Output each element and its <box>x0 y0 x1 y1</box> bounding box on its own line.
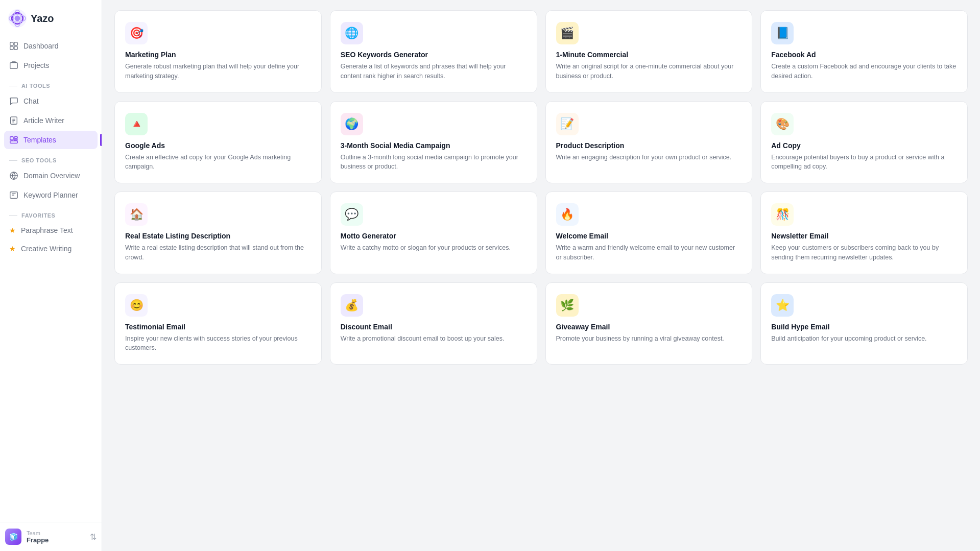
template-card-product-description[interactable]: 📝 Product Description Write an engaging … <box>545 101 753 184</box>
chat-icon <box>9 97 18 106</box>
svg-rect-5 <box>10 42 13 45</box>
template-card-motto-generator[interactable]: 💬 Motto Generator Write a catchy motto o… <box>330 191 537 274</box>
logo[interactable]: Yazo <box>0 0 102 35</box>
card-title: 3-Month Social Media Campaign <box>341 141 527 150</box>
card-icon-newsletter-email: 🎊 <box>771 203 794 226</box>
section-favorites: FAVORITES <box>4 205 98 222</box>
card-title: Welcome Email <box>556 232 742 240</box>
section-ai-tools: AI TOOLS <box>4 76 98 92</box>
card-desc: Keep your customers or subscribers comin… <box>771 243 957 262</box>
section-seo-tools: SEO TOOLS <box>4 150 98 166</box>
sidebar-item-keyword-planner[interactable]: Keyword Planner <box>4 186 98 204</box>
sidebar: Yazo Dashboard Projects AI TOOLS <box>0 0 102 551</box>
template-card-discount-email[interactable]: 💰 Discount Email Write a promotional dis… <box>330 282 537 365</box>
svg-rect-14 <box>14 139 17 140</box>
sidebar-item-creative-writing[interactable]: ★ Creative Writing <box>4 240 98 257</box>
card-icon-google-ads: 🔺 <box>125 113 148 135</box>
card-title: Product Description <box>556 141 742 150</box>
svg-rect-7 <box>10 46 13 50</box>
template-card-3-month-social-media[interactable]: 🌍 3-Month Social Media Campaign Outline … <box>330 101 537 184</box>
card-title: Facebook Ad <box>771 51 957 59</box>
card-desc: Write a promotional discount email to bo… <box>341 334 527 344</box>
card-desc: Generate a list of keywords and phrases … <box>341 62 527 81</box>
svg-rect-13 <box>10 141 17 143</box>
star-icon-2: ★ <box>9 245 16 253</box>
card-icon-ad-copy: 🎨 <box>771 113 794 135</box>
card-icon-3-month-social-media: 🌍 <box>341 113 363 135</box>
card-desc: Outline a 3-month long social media camp… <box>341 153 527 172</box>
dashboard-icon <box>9 41 18 51</box>
card-title: Ad Copy <box>771 141 957 150</box>
template-card-giveaway-email[interactable]: 🌿 Giveaway Email Promote your business b… <box>545 282 753 365</box>
card-desc: Write a warm and friendly welcome email … <box>556 243 742 262</box>
template-card-marketing-plan[interactable]: 🎯 Marketing Plan Generate robust marketi… <box>114 10 322 93</box>
template-card-welcome-email[interactable]: 🔥 Welcome Email Write a warm and friendl… <box>545 191 753 274</box>
card-title: Motto Generator <box>341 232 527 240</box>
article-icon <box>9 116 18 125</box>
card-icon-welcome-email: 🔥 <box>556 203 579 226</box>
card-icon-giveaway-email: 🌿 <box>556 294 579 317</box>
template-card-1-minute-commercial[interactable]: 🎬 1-Minute Commercial Write an original … <box>545 10 753 93</box>
card-desc: Encourage potential buyers to buy a prod… <box>771 153 957 172</box>
card-icon-1-minute-commercial: 🎬 <box>556 22 579 44</box>
templates-icon <box>9 135 18 145</box>
team-avatar: 🧊 <box>5 529 21 545</box>
card-desc: Promote your business by running a viral… <box>556 334 742 344</box>
globe-icon <box>9 171 18 180</box>
card-desc: Build anticipation for your upcoming pro… <box>771 334 957 344</box>
team-label: Team <box>27 530 85 536</box>
card-title: 1-Minute Commercial <box>556 51 742 59</box>
team-switcher[interactable]: 🧊 Team Frappe ⇅ <box>0 522 102 551</box>
card-desc: Write an original script for a one-minut… <box>556 62 742 81</box>
template-card-ad-copy[interactable]: 🎨 Ad Copy Encourage potential buyers to … <box>760 101 968 184</box>
svg-point-2 <box>15 16 20 21</box>
card-desc: Create an effective ad copy for your Goo… <box>125 153 311 172</box>
sidebar-item-dashboard[interactable]: Dashboard <box>4 37 98 55</box>
card-title: Marketing Plan <box>125 51 311 59</box>
star-icon: ★ <box>9 226 16 234</box>
main-nav: Dashboard Projects AI TOOLS Chat Article… <box>0 35 102 260</box>
template-card-seo-keywords-generator[interactable]: 🌐 SEO Keywords Generator Generate a list… <box>330 10 537 93</box>
card-desc: Generate robust marketing plan that will… <box>125 62 311 81</box>
card-icon-facebook-ad: 📘 <box>771 22 794 44</box>
sidebar-item-projects[interactable]: Projects <box>4 56 98 75</box>
logo-text: Yazo <box>31 13 54 25</box>
card-title: Build Hype Email <box>771 323 957 331</box>
template-card-real-estate-listing[interactable]: 🏠 Real Estate Listing Description Write … <box>114 191 322 274</box>
svg-rect-9 <box>10 63 17 69</box>
card-icon-real-estate-listing: 🏠 <box>125 203 148 226</box>
sidebar-item-paraphrase-text[interactable]: ★ Paraphrase Text <box>4 222 98 239</box>
svg-rect-8 <box>14 46 17 50</box>
card-title: SEO Keywords Generator <box>341 51 527 59</box>
svg-rect-6 <box>14 42 17 45</box>
sidebar-item-chat[interactable]: Chat <box>4 92 98 110</box>
card-desc: Inspire your new clients with success st… <box>125 334 311 353</box>
sidebar-item-templates[interactable]: Templates <box>4 131 98 149</box>
template-card-testimonial-email[interactable]: 😊 Testimonial Email Inspire your new cli… <box>114 282 322 365</box>
template-card-google-ads[interactable]: 🔺 Google Ads Create an effective ad copy… <box>114 101 322 184</box>
card-desc: Create a custom Facebook ad and encourag… <box>771 62 957 81</box>
card-icon-marketing-plan: 🎯 <box>125 22 148 44</box>
template-card-newsletter-email[interactable]: 🎊 Newsletter Email Keep your customers o… <box>760 191 968 274</box>
main-content: 🎯 Marketing Plan Generate robust marketi… <box>102 0 980 551</box>
keyword-icon <box>9 190 18 200</box>
sidebar-item-domain-overview[interactable]: Domain Overview <box>4 166 98 185</box>
team-name: Frappe <box>27 536 85 544</box>
logo-icon <box>8 9 27 28</box>
card-icon-discount-email: 💰 <box>341 294 363 317</box>
card-title: Google Ads <box>125 141 311 150</box>
template-card-build-hype-email[interactable]: ⭐ Build Hype Email Build anticipation fo… <box>760 282 968 365</box>
card-title: Real Estate Listing Description <box>125 232 311 240</box>
templates-grid: 🎯 Marketing Plan Generate robust marketi… <box>114 10 968 365</box>
sidebar-item-article-writer[interactable]: Article Writer <box>4 111 98 130</box>
projects-icon <box>9 61 18 70</box>
card-desc: Write an engaging description for your o… <box>556 153 742 162</box>
card-title: Newsletter Email <box>771 232 957 240</box>
card-icon-product-description: 📝 <box>556 113 579 135</box>
svg-rect-12 <box>14 137 17 139</box>
card-desc: Write a real estate listing description … <box>125 243 311 262</box>
svg-rect-11 <box>10 137 13 140</box>
template-card-facebook-ad[interactable]: 📘 Facebook Ad Create a custom Facebook a… <box>760 10 968 93</box>
card-title: Discount Email <box>341 323 527 331</box>
chevron-up-down-icon: ⇅ <box>90 532 97 542</box>
